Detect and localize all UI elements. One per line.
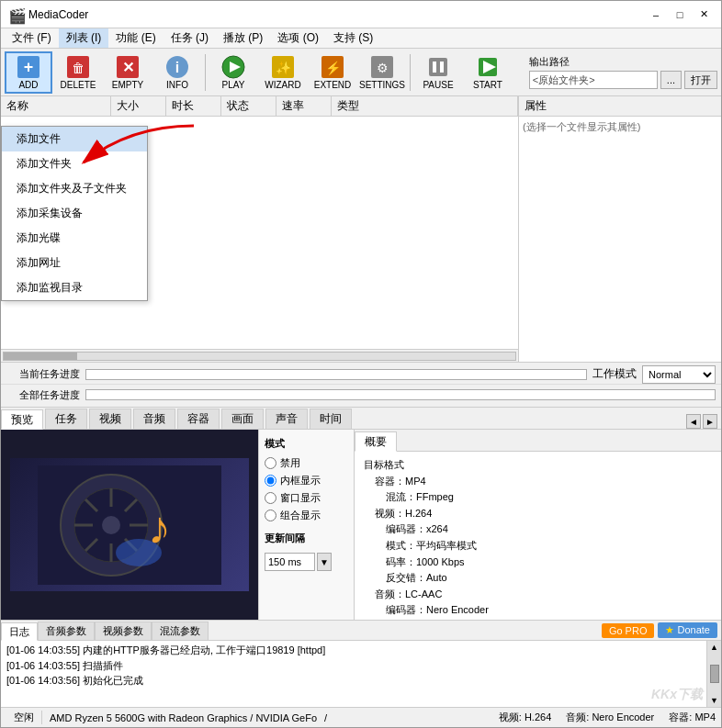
toolbar-extend-button[interactable]: ⚡ EXTEND — [309, 51, 356, 94]
app-window: 🎬 MediaCoder – □ ✕ 文件 (F) 列表 (I) 功能 (E) … — [0, 0, 722, 728]
close-button[interactable]: ✕ — [694, 5, 714, 25]
mode-inner-label: 内框显示 — [280, 474, 321, 487]
log-area: 日志 音频参数 视频参数 混流参数 Go PRO ★ Donate [01-06… — [1, 620, 721, 707]
menu-list[interactable]: 列表 (I) — [59, 28, 109, 48]
tab-preview[interactable]: 预览 — [1, 409, 43, 430]
toolbar-start-button[interactable]: START — [464, 51, 512, 94]
maximize-button[interactable]: □ — [670, 5, 690, 25]
status-container: 容器: MP4 — [669, 711, 716, 724]
menu-add-url[interactable]: 添加网址 — [2, 251, 147, 275]
mode-disabled-row[interactable]: 禁用 — [265, 456, 348, 470]
tab-next-button[interactable]: ► — [703, 414, 717, 429]
mode-window-row[interactable]: 窗口显示 — [265, 491, 348, 505]
svg-text:i: i — [175, 60, 179, 75]
log-scroll-down[interactable]: ▼ — [708, 694, 720, 707]
info-label: INFO — [166, 80, 188, 90]
tab-task[interactable]: 任务 — [45, 409, 87, 429]
tab-video[interactable]: 视频 — [89, 409, 131, 429]
menu-add-disc[interactable]: 添加光碟 — [2, 226, 147, 251]
tab-nav: ◄ ► — [686, 414, 721, 429]
log-tab-video-params[interactable]: 视频参数 — [95, 622, 152, 640]
tab-sound[interactable]: 声音 — [265, 409, 308, 429]
video-label-text: 视频： — [375, 508, 405, 519]
log-action-btns: Go PRO ★ Donate — [598, 621, 721, 640]
mode-window-radio[interactable] — [265, 492, 276, 504]
tab-summary[interactable]: 概要 — [355, 431, 397, 452]
menu-file[interactable]: 文件 (F) — [5, 28, 59, 48]
status-video: 视频: H.264 — [499, 711, 551, 724]
toolbar-delete-button[interactable]: 🗑 DELETE — [54, 51, 102, 94]
menu-task[interactable]: 任务 (J) — [164, 28, 216, 48]
wizard-label: WIZARD — [265, 80, 300, 90]
menu-add-folder-sub[interactable]: 添加文件夹及子文件夹 — [2, 176, 147, 201]
menu-add-file[interactable]: 添加文件 — [2, 127, 147, 151]
open-button[interactable]: 打开 — [684, 71, 717, 89]
info-icon: i — [164, 54, 190, 80]
play-label: PLAY — [222, 80, 245, 90]
toolbar-sep-1 — [205, 54, 206, 91]
log-tab-mux-params[interactable]: 混流参数 — [152, 622, 209, 640]
toolbar-empty-button[interactable]: ✕ EMPTY — [104, 51, 152, 94]
mode-inner-radio[interactable] — [265, 475, 276, 487]
log-scroll-up[interactable]: ▲ — [708, 641, 720, 654]
minimize-button[interactable]: – — [646, 5, 666, 25]
log-tab-log[interactable]: 日志 — [1, 622, 38, 641]
mode-section-label: 模式 — [265, 437, 348, 451]
tab-audio[interactable]: 音频 — [133, 409, 175, 429]
donate-button[interactable]: ★ Donate — [658, 622, 717, 638]
tab-picture[interactable]: 画面 — [221, 409, 264, 429]
status-separator-1: / — [324, 712, 327, 723]
menu-add-folder[interactable]: 添加文件夹 — [2, 151, 147, 176]
menu-function[interactable]: 功能 (E) — [108, 28, 163, 48]
preview-image: ♪ — [10, 458, 249, 591]
menu-support[interactable]: 支持 (S) — [326, 28, 380, 48]
browse-button[interactable]: ... — [660, 71, 682, 89]
menu-options[interactable]: 选项 (O) — [270, 28, 326, 48]
work-mode-select[interactable]: Normal Fast Best — [642, 365, 716, 384]
file-list-area: 名称 大小 时长 状态 速率 类型 添加文件 添加文件夹 添加文件夹及子文件夹 … — [1, 96, 519, 362]
toolbar-info-button[interactable]: i INFO — [153, 51, 201, 94]
output-path-area: 输出路径 ... 打开 — [529, 55, 717, 89]
container-label-text: 容器： — [375, 476, 405, 487]
interval-down-button[interactable]: ▼ — [317, 553, 332, 571]
output-path-input[interactable] — [529, 71, 658, 89]
log-tab-audio-params[interactable]: 音频参数 — [38, 622, 95, 640]
start-icon — [475, 54, 501, 80]
log-scrollbar[interactable]: ▲ ▼ — [706, 641, 721, 707]
mode-combo-radio[interactable] — [265, 510, 276, 521]
control-panel: 模式 禁用 内框显示 窗口显示 组合显示 更新间隔 ▼ — [258, 430, 355, 620]
dropdown-menu: 添加文件 添加文件夹 添加文件夹及子文件夹 添加采集设备 添加光碟 添加网址 添… — [1, 126, 148, 301]
current-progress-label: 当前任务进度 — [6, 367, 80, 381]
svg-point-35 — [116, 539, 162, 566]
col-duration: 时长 — [166, 96, 221, 116]
toolbar-wizard-button[interactable]: ✨ WIZARD — [259, 51, 307, 94]
toolbar-settings-button[interactable]: ⚙ SETTINGS — [358, 51, 406, 94]
mode-disabled-radio[interactable] — [265, 457, 276, 469]
interval-input[interactable] — [265, 553, 315, 571]
go-pro-button[interactable]: Go PRO — [602, 623, 655, 638]
toolbar-pause-button[interactable]: PAUSE — [414, 51, 462, 94]
progress-area: 当前任务进度 工作模式 Normal Fast Best 全部任务进度 — [1, 363, 721, 408]
menu-add-capture[interactable]: 添加采集设备 — [2, 201, 147, 226]
toolbar-add-button[interactable]: + ADD — [5, 51, 52, 94]
file-list-scrollbar[interactable] — [1, 349, 518, 362]
video-value: H.264 — [405, 508, 432, 519]
tab-prev-button[interactable]: ◄ — [686, 414, 701, 429]
mode-inner-row[interactable]: 内框显示 — [265, 474, 348, 487]
col-type: 类型 — [332, 96, 518, 116]
audio-label: 音频：LC-AAC — [375, 587, 712, 603]
menu-play[interactable]: 播放 (P) — [216, 28, 270, 48]
pause-label: PAUSE — [423, 80, 453, 90]
menu-add-monitor[interactable]: 添加监视目录 — [2, 275, 147, 300]
toolbar-play-button[interactable]: PLAY — [209, 51, 257, 94]
tab-container[interactable]: 容器 — [177, 409, 220, 429]
svg-rect-17 — [433, 62, 436, 73]
summary-content: 目标格式 容器：MP4 混流：FFmpeg 视频：H.264 编码器：x264 … — [355, 452, 721, 620]
tab-time[interactable]: 时间 — [310, 409, 352, 429]
scrollbar-track[interactable] — [3, 352, 516, 361]
col-speed: 速率 — [276, 96, 332, 116]
status-info: AMD Ryzen 5 5600G with Radeon Graphics /… — [50, 712, 317, 723]
mode-combo-label: 组合显示 — [280, 509, 321, 522]
current-progress-bar — [85, 369, 587, 380]
mode-combo-row[interactable]: 组合显示 — [265, 509, 348, 522]
